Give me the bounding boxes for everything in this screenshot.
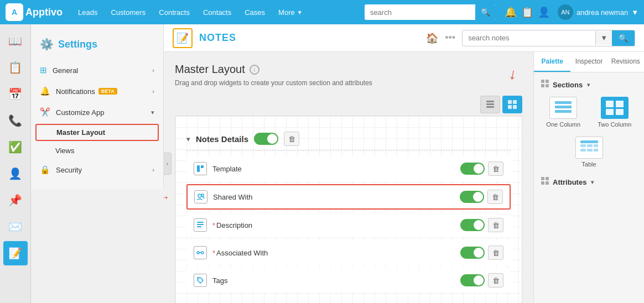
notes-search-button[interactable]: 🔍 <box>612 30 635 46</box>
settings-item-customize-app[interactable]: ✂️ Customize App ▾ <box>31 102 163 123</box>
widget-one-column[interactable]: One Column <box>541 97 586 128</box>
customize-chevron: ▾ <box>151 109 154 116</box>
svg-rect-28 <box>616 109 624 115</box>
tab-revisions[interactable]: Revisions <box>607 52 644 72</box>
settings-item-security[interactable]: 🔒 Security › <box>31 159 163 180</box>
panel-tabs: Palette Inspector Revisions <box>534 52 644 72</box>
home-icon[interactable]: 🏠 <box>426 32 438 44</box>
svg-rect-13 <box>197 226 201 227</box>
section-toggle-switch[interactable] <box>254 133 278 145</box>
sidebar-icon-book[interactable]: 📖 <box>3 29 28 53</box>
svg-rect-18 <box>541 80 544 83</box>
table-icon <box>575 137 603 159</box>
svg-rect-20 <box>541 84 544 87</box>
settings-title: ⚙️ Settings <box>31 33 163 60</box>
notes-search-input[interactable] <box>463 31 595 45</box>
sidebar-icon-person[interactable]: 👤 <box>3 161 28 186</box>
settings-label: Settings <box>58 39 97 50</box>
field-row-associated-with: *Associated With 🗑 <box>186 241 511 265</box>
inbox-icon[interactable]: 📋 <box>521 6 533 18</box>
user-info[interactable]: AN andrea newman ▼ <box>558 4 638 20</box>
fields-container: Template 🗑 → <box>186 156 511 292</box>
nav-leads[interactable]: Leads <box>71 0 104 24</box>
section-delete-button[interactable]: 🗑 <box>284 132 299 146</box>
canvas-area: Master Layout i Drag and drop widgets to… <box>164 52 533 303</box>
tab-inspector[interactable]: Inspector <box>570 52 607 72</box>
svg-rect-36 <box>541 177 544 180</box>
widget-table[interactable]: Table <box>541 137 637 168</box>
nav-customers[interactable]: Customers <box>104 0 152 24</box>
associated-with-field-icon <box>194 246 207 259</box>
shared-with-toggle[interactable] <box>460 191 484 203</box>
section-toggle[interactable] <box>254 133 278 145</box>
associated-required: * <box>212 249 215 257</box>
more-options-icon[interactable]: ••• <box>445 32 455 44</box>
sidebar-icon-list[interactable]: 📋 <box>3 55 28 80</box>
tab-palette[interactable]: Palette <box>534 52 570 72</box>
widget-two-column[interactable]: Two Column <box>592 97 638 128</box>
section-chevron[interactable]: ▾ <box>186 135 190 143</box>
collapse-sidebar-button[interactable]: ‹ <box>164 153 172 175</box>
user-dropdown-arrow: ▼ <box>631 8 638 17</box>
svg-rect-21 <box>546 84 549 87</box>
svg-rect-1 <box>486 103 494 105</box>
grid-canvas: ▾ Notes Details 🗑 <box>175 116 522 303</box>
logo-icon: A <box>6 3 23 21</box>
sidebar-icon-pin[interactable]: 📌 <box>3 188 28 212</box>
settings-item-general[interactable]: ⊞ General › <box>31 60 163 81</box>
settings-item-notifications[interactable]: 🔔 Notifications BETA › <box>31 81 163 102</box>
nav-contracts[interactable]: Contracts <box>152 0 196 24</box>
sidebar-icon-check[interactable]: ✅ <box>3 135 28 159</box>
layout-toggle: ↓ <box>175 96 522 113</box>
associated-with-delete-btn[interactable]: 🗑 <box>488 245 503 260</box>
main-wrapper: 📖 📋 📅 📞 ✅ 👤 📌 ✉️ 📝 ⚙️ Settings ⊞ General… <box>0 24 644 303</box>
template-delete-btn[interactable]: 🗑 <box>488 161 503 176</box>
nav-more[interactable]: More ▼ <box>272 0 309 24</box>
notes-search-dropdown[interactable]: ▼ <box>595 31 612 45</box>
sub-item-master-layout[interactable]: Master Layout <box>35 124 159 141</box>
customize-icon: ✂️ <box>40 107 50 117</box>
sidebar-icon-phone[interactable]: 📞 <box>3 108 28 133</box>
svg-point-10 <box>201 194 204 196</box>
two-column-button[interactable] <box>502 96 522 113</box>
single-column-button[interactable] <box>480 96 500 113</box>
general-label: General <box>53 66 78 75</box>
shared-with-field-name: Shared With <box>213 193 454 201</box>
attributes-section-title: Attributes ▾ <box>541 176 637 187</box>
top-icons: 🔔 📋 👤 <box>505 6 550 18</box>
search-button[interactable]: 🔍 <box>475 4 496 20</box>
contacts-icon[interactable]: 👤 <box>538 6 550 18</box>
svg-rect-7 <box>197 165 200 172</box>
template-toggle[interactable] <box>460 163 485 175</box>
tags-toggle[interactable] <box>460 274 485 286</box>
sections-label: Sections <box>553 81 583 89</box>
sub-item-views[interactable]: Views <box>31 142 163 159</box>
associated-with-toggle[interactable] <box>460 247 485 259</box>
top-navigation: A Apptivo Leads Customers Contracts Cont… <box>0 0 644 24</box>
nav-contacts[interactable]: Contacts <box>196 0 238 24</box>
security-chevron: › <box>152 166 154 173</box>
description-delete-btn[interactable]: 🗑 <box>488 218 503 232</box>
svg-point-14 <box>197 252 199 254</box>
search-input[interactable] <box>365 6 475 19</box>
user-avatar: AN <box>558 4 573 20</box>
svg-rect-3 <box>508 100 512 104</box>
info-icon[interactable]: i <box>250 65 259 75</box>
svg-rect-39 <box>546 181 549 185</box>
description-required: * <box>212 221 215 229</box>
tags-delete-btn[interactable]: 🗑 <box>488 273 503 288</box>
notifications-chevron: › <box>152 88 154 95</box>
sidebar-icon-calendar[interactable]: 📅 <box>3 82 28 106</box>
sidebar-icon-notes[interactable]: 📝 <box>3 241 28 265</box>
bell-icon[interactable]: 🔔 <box>505 6 517 18</box>
sidebar-icon-mail[interactable]: ✉️ <box>3 215 28 239</box>
section-header: ▾ Notes Details 🗑 <box>186 127 511 151</box>
shared-with-delete-btn[interactable]: 🗑 <box>487 190 503 204</box>
section-name: Notes Details <box>196 134 248 144</box>
top-search-area: 🔍 🔔 📋 👤 AN andrea newman ▼ <box>365 4 638 20</box>
general-chevron: › <box>152 67 154 74</box>
logo[interactable]: A Apptivo <box>6 3 63 21</box>
notifications-icon: 🔔 <box>40 86 50 96</box>
description-toggle[interactable] <box>460 219 485 231</box>
nav-cases[interactable]: Cases <box>238 0 272 24</box>
